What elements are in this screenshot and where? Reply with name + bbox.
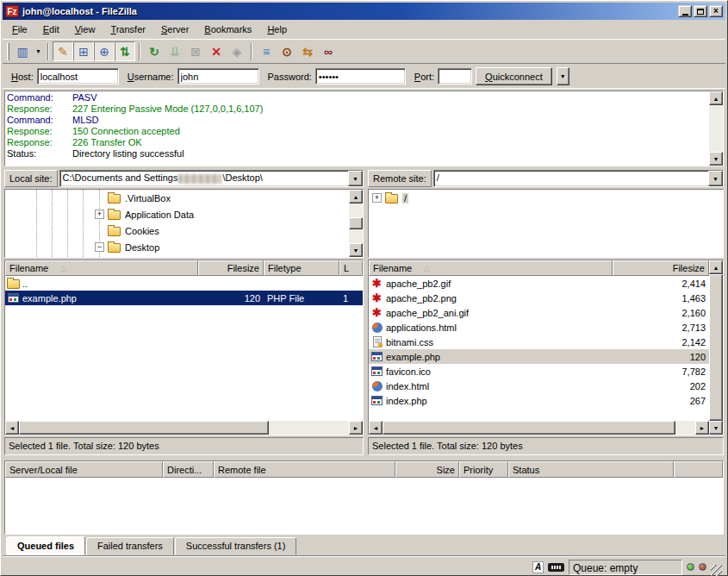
local-site-combo[interactable]: C:\Documents and Settings\Desktop\ ▼ [59,170,364,187]
remote-file-row[interactable]: ✱ apache_pb2.png 1,463 [369,291,709,305]
scroll-down-icon[interactable]: ▼ [709,152,723,166]
menu-bar: File Edit View Transfer Server Bookmarks… [3,20,725,39]
expand-plus-icon[interactable]: + [372,193,382,203]
remote-site-combo[interactable]: / ▼ [433,170,724,187]
resize-grip[interactable] [711,565,722,576]
disconnect-icon: ✕ [211,46,221,58]
column-header-status[interactable]: Status [508,461,674,478]
site-manager-dropdown[interactable]: ▼ [33,41,44,61]
reconnect-button[interactable]: ◈ [227,41,247,61]
tree-item-virtualbox[interactable]: .VirtualBox [5,190,349,206]
menu-bookmarks[interactable]: Bookmarks [196,22,259,37]
scroll-up-icon[interactable]: ▲ [709,260,723,274]
scrollbar-thumb[interactable] [709,274,723,421]
column-header-remote-file[interactable]: Remote file [214,461,395,478]
scroll-right-icon[interactable]: ► [349,421,363,435]
host-input[interactable] [37,68,119,85]
quickconnect-dropdown[interactable]: ▼ [557,67,569,85]
site-manager-button[interactable]: ▥ [12,41,33,61]
remote-file-row[interactable]: ✱ apache_pb2.gif 2,414 [369,276,709,291]
menu-view[interactable]: View [67,22,103,37]
speed-limits-icon[interactable] [548,563,564,572]
local-file-row-example-php[interactable]: example.php 120 PHP File 1 [5,291,363,305]
column-header-filesize[interactable]: Filesize [198,260,264,276]
image-file-icon: ✱ [372,307,382,318]
scroll-up-icon[interactable]: ▲ [709,91,723,105]
comparison-button[interactable]: ⊙ [277,41,297,61]
quickconnect-button[interactable]: Quickconnect [476,67,552,85]
log-scrollbar[interactable]: ▲ ▼ [709,91,723,166]
tree-item-root[interactable]: + / [369,190,723,206]
scroll-left-icon[interactable]: ◄ [369,421,383,435]
remote-file-row[interactable]: favicon.ico 7,782 [369,364,709,379]
remote-file-row[interactable]: index.html 202 [369,379,709,393]
sync-browsing-button[interactable]: ⇆ [297,41,318,61]
remote-file-row[interactable]: index.php 267 [369,393,709,408]
column-header-last-modified[interactable]: L [339,260,363,276]
port-input[interactable] [438,68,472,85]
toggle-message-log-button[interactable]: ✎ [53,41,73,61]
column-header-filesize[interactable]: Filesize [613,260,709,276]
column-header-filename[interactable]: Filename△ [369,260,613,276]
minimize-button[interactable] [678,5,692,17]
local-file-row-updir[interactable]: .. [5,276,363,291]
column-header-priority[interactable]: Priority [459,461,508,478]
scroll-left-icon[interactable]: ◄ [5,421,19,435]
column-header-filename[interactable]: Filename△ [5,260,198,276]
tree-item-desktop[interactable]: − Desktop [5,239,349,255]
data-type-icon[interactable]: A [532,561,544,573]
maximize-button[interactable] [694,5,707,17]
tab-successful-transfers[interactable]: Successful transfers (1) [175,537,297,555]
tree-item-application-data[interactable]: + Application Data [5,206,349,222]
scroll-up-icon[interactable]: ▲ [349,190,363,203]
tree-item-cookies[interactable]: Cookies [5,222,349,239]
local-tree-scrollbar[interactable]: ▲ ▼ [349,190,363,257]
remote-file-row[interactable]: applications.html 2,713 [369,320,709,335]
close-button[interactable]: × [709,5,723,17]
filter-button[interactable]: ≡ [256,41,277,61]
remote-file-row-selected[interactable]: example.php 120 [369,349,709,364]
remote-file-list: Filename△ Filesize ✱ apache_pb2.gif 2,41… [368,260,724,435]
username-input[interactable] [177,68,259,85]
process-queue-button[interactable]: ⇊ [165,41,185,61]
scrollbar-thumb[interactable] [19,421,269,435]
toolbar-grip [7,43,9,60]
tab-failed-transfers[interactable]: Failed transfers [86,537,174,555]
combo-dropdown-icon[interactable]: ▼ [708,171,723,186]
cancel-button[interactable]: ⊠ [185,41,206,61]
scrollbar-thumb[interactable] [383,421,675,435]
find-button[interactable]: ∞ [318,41,339,61]
remote-file-row[interactable]: bitnami.css 2,142 [369,335,709,349]
folder-icon [108,227,121,236]
menu-edit[interactable]: Edit [35,22,67,37]
menu-file[interactable]: File [4,22,35,37]
local-hscrollbar[interactable]: ◄ ► [5,421,363,435]
scrollbar-thumb[interactable] [349,217,363,229]
remote-file-row[interactable]: ✱ apache_pb2_ani.gif 2,160 [369,305,709,320]
dropdown-arrow-icon: ▼ [560,73,566,79]
column-header-direction[interactable]: Directi... [163,461,214,478]
combo-dropdown-icon[interactable]: ▼ [348,171,363,186]
toggle-remote-tree-button[interactable]: ⊕ [94,41,115,61]
menu-transfer[interactable]: Transfer [103,22,153,37]
disconnect-button[interactable]: ✕ [206,41,227,61]
remote-hscrollbar[interactable]: ◄ ► [369,421,709,435]
column-header-size[interactable]: Size [395,461,459,478]
menu-server[interactable]: Server [153,22,196,37]
scroll-down-icon[interactable]: ▼ [709,421,723,435]
collapse-minus-icon[interactable]: − [95,242,104,252]
column-header-server-local-file[interactable]: Server/Local file [5,461,163,478]
toggle-local-tree-button[interactable]: ⊞ [73,41,94,61]
menu-help[interactable]: Help [259,22,295,37]
expand-plus-icon[interactable]: + [95,210,104,219]
sync-browsing-icon: ⇆ [302,46,313,58]
scroll-down-icon[interactable]: ▼ [349,243,363,257]
toggle-queue-button[interactable]: ⇅ [115,41,135,61]
remote-vscrollbar[interactable]: ▲ ▼ [709,260,723,435]
scroll-right-icon[interactable]: ► [695,421,709,435]
password-input[interactable] [315,68,406,85]
refresh-button[interactable]: ↻ [144,41,165,61]
message-log: Command:PASV Response:227 Entering Passi… [4,91,724,166]
tab-queued-files[interactable]: Queued files [6,536,85,555]
column-header-filetype[interactable]: Filetype [264,260,339,276]
